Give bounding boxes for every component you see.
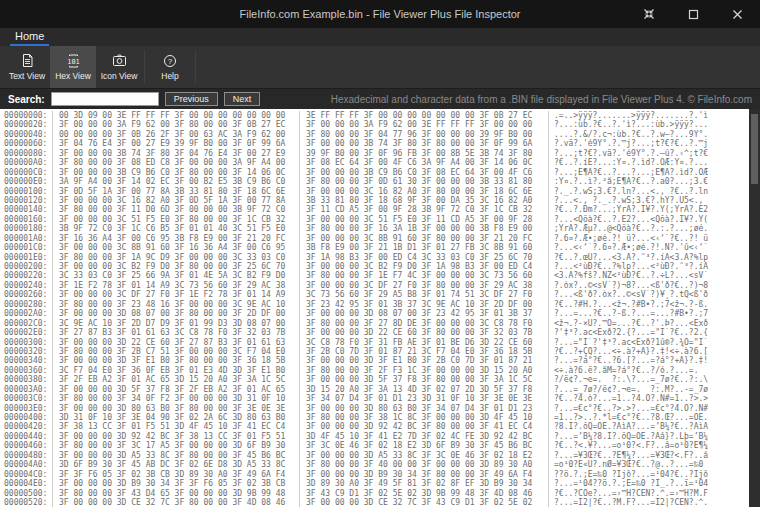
help-label: Help <box>161 71 178 81</box>
hex-offset: 00000360: <box>0 366 53 375</box>
ascii-column: ?...;É¶À?€..?...?...;É¶À?.ìd?.OÆ <box>549 168 749 177</box>
hex-bytes-left: 3F 00 00 00 3D A5 33 8C 3F 80 00 00 3F 4… <box>53 451 300 460</box>
ascii-column: ?...<ß'ð?.òx?..©<sV`?)¥¸?.tQ<ß'ð <box>549 290 749 299</box>
next-button[interactable]: Next <box>224 92 261 106</box>
previous-button[interactable]: Previous <box>165 92 218 106</box>
hex-row: 00000120:3F 00 00 00 3C 16 82 A0 3F 0D 5… <box>0 196 749 205</box>
hex-bytes-left: 3F 80 00 00 3F 34 0F F2 3F 00 00 00 3D 3… <box>53 394 300 403</box>
ascii-column: ?€..?#H.?...<ž¬.?#B•?.;7<ž¬.?-ß. <box>549 300 749 309</box>
search-input[interactable] <box>51 92 159 106</box>
hex-offset: 000004C0: <box>0 470 53 479</box>
hex-bytes-right: 3F 2B C0 7D 3F 01 87 21 3C F7 04 E0 3F 3… <box>300 347 549 356</box>
hex-bytes-left: 3F 00 00 00 3C 51 F5 E0 3F 80 00 00 3F 1… <box>53 215 300 224</box>
hex-row: 000000C0:3F 00 00 00 3B C9 B6 C0 3F 80 0… <box>0 168 749 177</box>
hex-offset: 000004A0: <box>0 460 53 469</box>
ascii-column: ?'‡³?.ac<Èxð?2.{?...="Î`?€..?2.{ <box>549 328 749 337</box>
ascii-column: ?...;t?€?.vä?.'é9Ÿ°.?.–û?.‹^;t?€ <box>549 149 749 158</box>
hex-bytes-left: 3F 38 13 CC 3F 01 F5 51 3D 4F 45 10 3F 4… <box>53 422 300 431</box>
hex-bytes-left: 3C 33 03 C0 3F 25 66 9A 3F 01 4E 5A 3C B… <box>53 271 300 280</box>
hex-bytes-left: 3F 80 00 00 3F 1A 9C D9 3F 00 00 00 3C 3… <box>53 253 300 262</box>
hex-bytes-right: 3F 3C 0E 46 3F 02 18 E2 3D 6F B9 30 3F 4… <box>300 441 549 450</box>
hex-row: 00000200:3F 00 00 00 3C B2 F9 D0 3F 80 0… <box>0 262 749 271</box>
hex-bytes-right: 3F 00 00 00 3D 08 07 00 3F 23 42 95 3F 0… <box>300 309 549 318</box>
scrollbar-thumb[interactable] <box>751 114 758 184</box>
ascii-column: ?€..?CÔe?...=›™H?CÉÑ?.^.=›™H?M.F <box>549 489 749 498</box>
hex-row: 000003A0:3F 00 00 00 3D 5F 37 F8 3F 2F E… <box>0 385 749 394</box>
hex-bytes-right: 3F 23 42 95 3F 01 3B 37 3C 9E AC 10 3F 2… <box>300 300 549 309</box>
hex-row: 000003C0:3F 80 00 00 3F 34 0F F2 3F 00 0… <box>0 394 749 403</box>
maximize-icon[interactable] <box>686 7 700 21</box>
ascii-column: ?...="Î`?'‡³?.ac<Èxð?1û®?.¾Ö="Î` <box>549 338 749 347</box>
hex-bytes-left: 3C 9E AC 10 3F 2D D7 D9 3F 01 99 D3 3D 0… <box>53 319 300 328</box>
hex-view-icon: 101 <box>66 53 81 68</box>
text-view-button[interactable]: Text View <box>4 46 50 88</box>
ascii-column: ?...=Î2|?€..?M.F?...=Î2|?CÉÑ?.^. <box>549 498 749 507</box>
hex-bytes-left: 3F 00 00 00 3A F9 62 00 3F 80 00 00 3F 0… <box>53 120 300 129</box>
hex-offset: 00000040: <box>0 130 53 139</box>
hex-bytes-right: 3D 89 30 A0 3F 49 5F 81 3F 02 8F EF 3D B… <box>300 479 549 488</box>
hex-bytes-left: 3F 00 00 00 3C 8B 91 60 3F 16 36 A4 3F 0… <box>53 243 300 252</box>
hex-row: 00000480:3F 00 00 00 3D A5 33 8C 3F 80 0… <box>0 451 749 460</box>
hex-offset: 00000000: <box>0 111 53 120</box>
ascii-column: ?...:ùb.?€..?.'ì?...:ùb.>ÿÿÿ?... <box>549 120 749 129</box>
hex-bytes-right: 3F 00 00 00 3C B2 F9 D0 3F 1A 98 B3 3F 0… <box>300 262 549 271</box>
icon-view-label: Icon View <box>101 71 138 81</box>
hex-offset: 00000280: <box>0 300 53 309</box>
ascii-column: ?€..?.Ðm?...;ŸrÀ?.Í¥?.Ÿ(;ŸrÀ?.Ë2 <box>549 205 749 214</box>
hex-offset: 000002C0: <box>0 319 53 328</box>
hex-bytes-right: 3F 80 00 00 3F 38 1C 8C 3F 00 00 00 3D 4… <box>300 413 549 422</box>
hex-bytes-left: 3A 9F A4 00 3F 14 02 EC 3F 00 B2 E5 3B C… <box>53 177 300 186</box>
hex-bytes-right: 3F 1A 98 B3 3F 00 ED C4 3C 33 03 C0 3F 2… <box>300 253 549 262</box>
ascii-column: <3.À?%fš?.NZ<²ùÐ?€..?.÷L?...<sV` <box>549 271 749 280</box>
hex-view-button[interactable]: 101 Hex View <box>50 46 96 88</box>
hex-bytes-left: 3F 00 00 00 3C 16 82 A0 3F 0D 5F 1A 3F 0… <box>53 196 300 205</box>
status-text: Hexadecimal and character data from a .B… <box>331 94 752 105</box>
hex-bytes-right: 3F 34 07 D4 3F 01 D1 23 3D 31 0F 10 3F 3… <box>300 394 549 403</box>
hex-bytes-right: 3F 00 00 00 3C 8B 91 60 3F 80 00 00 3F 2… <box>300 234 549 243</box>
hex-bytes-right: 3F 00 00 00 3B C9 B6 C0 3F 08 EC 64 3F 0… <box>300 168 549 177</box>
ascii-column: ?...<‹‘`?.6¤?.Æ•;øé.?!.Ñ?.'û<‹‘` <box>549 243 749 252</box>
hex-bytes-right: 3F 00 00 00 3C 16 82 A0 3F 80 00 00 3F 1… <box>300 187 549 196</box>
hex-bytes-left: 3F 00 00 00 3C B2 F9 D0 3F 80 00 00 3F 2… <box>53 262 300 271</box>
ascii-column: =1..?>..?.*l=€c°?€..?8.Œ?...=OE. <box>549 413 749 422</box>
help-button[interactable]: ? Help <box>147 46 193 88</box>
hex-offset: 000001C0: <box>0 243 53 252</box>
ascii-column: =o¹0?E«Ü?.nØ=¥3Œ?€..?@..?...=‰0 <box>549 460 749 469</box>
ascii-column: ?€..?4.ò?...=1..?4.Ô?.Ñ#=1..?>.> <box>549 394 749 403</box>
hex-row: 000002E0:3F 27 87 B3 3F 01 61 63 3C C8 7… <box>0 328 749 337</box>
hex-row: 00000040:00 00 00 00 3F 0B 26 2F 3F 00 6… <box>0 130 749 139</box>
hex-bytes-left: 00 00 00 00 3F 0B 26 2F 3F 00 63 AC 3A F… <box>53 130 300 139</box>
hex-bytes-right: 3F 00 00 00 3D 80 63 B0 3F 34 07 D4 3F 0… <box>300 404 549 413</box>
hex-bytes-right: 3F 00 00 00 3D A5 33 8C 3F 3C 0E 46 3F 0… <box>300 451 549 460</box>
hex-bytes-left: 3F 3F F6 05 3F 02 3B CB 3D 89 30 A0 3F 4… <box>53 470 300 479</box>
hex-row: 000000E0:3A 9F A4 00 3F 14 02 EC 3F 00 B… <box>0 177 749 186</box>
hex-bytes-left: 3F 27 87 B3 3F 01 61 63 3C C8 78 F0 3F 3… <box>53 328 300 337</box>
hex-row: 00000500:3F 80 00 00 3F 43 D4 65 3F 00 0… <box>0 489 749 498</box>
hex-offset: 00000200: <box>0 262 53 271</box>
hex-row: 000002A0:3F 00 00 00 3D 08 07 00 3F 80 0… <box>0 309 749 318</box>
collapse-icon[interactable] <box>642 7 656 21</box>
icon-view-button[interactable]: Icon View <box>96 46 142 88</box>
hex-bytes-right: 3F 80 00 00 3F 27 8D DE 3F 00 00 00 3C C… <box>300 319 549 328</box>
hex-bytes-right: 3D 15 20 A0 3F 3A 13 4D 3F 02 07 2D 3D 5… <box>300 385 549 394</box>
ascii-column: ?€..?<.¥?...=o¹0?<.F?..â=o¹0?E¶¼ <box>549 441 749 450</box>
ascii-column: ?...=¹04??ö.?.;Ë=‰0 ?I_.?..ï=¹04 <box>549 479 749 488</box>
hex-offset: 00000120: <box>0 196 53 205</box>
ascii-column: ?.vä?.'é9Ÿ°.?.™j?...;t?€?€..?.™j <box>549 139 749 148</box>
hex-offset: 00000460: <box>0 441 53 450</box>
hex-view-label: Hex View <box>55 71 91 81</box>
hex-row: 000004E0:3F 00 00 00 3D B9 30 34 3F 3F F… <box>0 479 749 488</box>
hex-bytes-right: 3F 00 00 00 3D 5F 37 F8 3F 80 00 00 3F 3… <box>300 375 549 384</box>
ascii-column: ?...=...?€..?-ß.?...=...?#B•?.;7 <box>549 309 749 318</box>
hex-offset: 000000A0: <box>0 158 53 167</box>
hex-bytes-right: 3F 00 00 00 3B 74 3F 80 3F 80 00 00 3F 0… <box>300 139 549 148</box>
close-icon[interactable] <box>730 7 744 21</box>
tab-home[interactable]: Home <box>10 30 49 46</box>
hex-offset: 00000100: <box>0 187 53 196</box>
hex-offset: 00000500: <box>0 489 53 498</box>
hex-bytes-right: 3F 00 00 00 3D CE 32 7C 3F 43 C9 D1 3F 0… <box>300 498 549 507</box>
vertical-scrollbar[interactable] <box>749 109 760 507</box>
hex-bytes-right: 3C 73 56 60 3F 29 A5 B8 3F 01 74 51 3C D… <box>300 290 549 299</box>
hex-bytes-left: 3D 31 0F 10 3F 3E 04 90 3F 02 2A 6C 3D 8… <box>53 413 300 422</box>
hex-offset: 00000340: <box>0 356 53 365</box>
